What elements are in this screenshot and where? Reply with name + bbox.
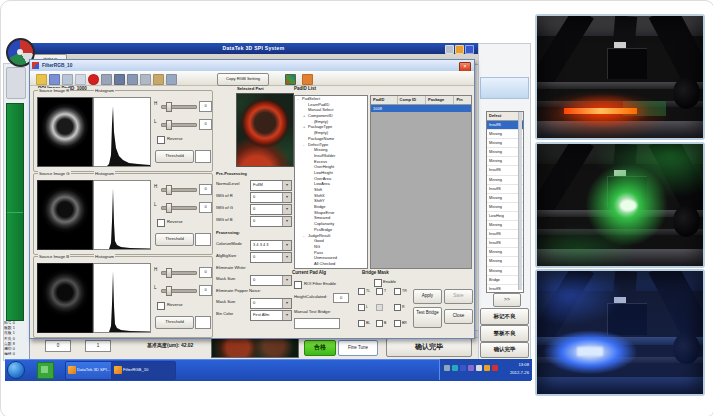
- reverse-checkbox[interactable]: [157, 302, 165, 310]
- threshold-value-field[interactable]: [195, 316, 211, 329]
- copy-rgb-setting-button[interactable]: Copy RGB Setting: [217, 73, 269, 86]
- l-slider[interactable]: [161, 286, 197, 294]
- l-value-field[interactable]: 0: [199, 202, 212, 213]
- mask-size-2-dropdown[interactable]: 0: [250, 298, 292, 309]
- test-bridge-button[interactable]: Test Bridge: [413, 307, 442, 328]
- settings-button[interactable]: [455, 45, 464, 54]
- bridge-mask-cell[interactable]: B: [376, 320, 394, 336]
- antivirus-icon[interactable]: [460, 365, 466, 371]
- threshold-value-field[interactable]: [195, 150, 211, 163]
- bridge-cell-checkbox[interactable]: [358, 320, 365, 327]
- bridge-mask-cell[interactable]: BR: [394, 320, 412, 336]
- padid-selected-row[interactable]: 1008: [371, 105, 471, 112]
- status-field-1[interactable]: 0: [45, 340, 71, 352]
- bridge-mask-cell[interactable]: TL: [358, 288, 376, 304]
- help-icon[interactable]: [302, 74, 313, 85]
- record-icon[interactable]: [88, 74, 99, 85]
- h-value-field[interactable]: 0: [199, 101, 212, 112]
- layers-icon[interactable]: [127, 74, 138, 85]
- bridge-cell-checkbox[interactable]: [394, 304, 401, 311]
- pass-button[interactable]: 合格: [304, 340, 336, 356]
- threshold-value-field[interactable]: [195, 233, 211, 246]
- more-button[interactable]: >>: [493, 293, 521, 307]
- h-slider[interactable]: [161, 268, 197, 276]
- bridge-cell-checkbox[interactable]: [376, 288, 383, 295]
- normallevel-dropdown[interactable]: FullM: [250, 180, 292, 191]
- bridge-mask-cell[interactable]: L: [358, 304, 376, 320]
- quick-launch-icon[interactable]: [37, 362, 54, 379]
- col-padid[interactable]: PadID: [371, 96, 398, 104]
- ime-icon[interactable]: [468, 365, 474, 371]
- mask-size-1-dropdown[interactable]: 0: [250, 275, 292, 286]
- mark-ng-button[interactable]: 标记不良: [480, 308, 529, 325]
- bridge-cell-checkbox[interactable]: [376, 320, 383, 327]
- minimize-button[interactable]: [445, 45, 454, 54]
- bridge-mask-cell[interactable]: BL: [358, 320, 376, 336]
- threshold-button[interactable]: Threshold: [155, 316, 194, 329]
- bridge-mask-cell[interactable]: [376, 304, 394, 320]
- bridge-mask-cell[interactable]: R: [394, 304, 412, 320]
- save-button[interactable]: Save: [444, 289, 473, 304]
- open-icon[interactable]: [36, 74, 47, 85]
- reverse-checkbox[interactable]: [157, 219, 165, 227]
- img-g-dropdown[interactable]: 0: [250, 204, 292, 215]
- confirm-done-button-right[interactable]: 确认完毕: [480, 342, 529, 358]
- h-slider[interactable]: [161, 185, 197, 193]
- h-slider[interactable]: [161, 102, 197, 110]
- threshold-button[interactable]: Threshold: [155, 233, 194, 246]
- capture-icon[interactable]: [114, 74, 125, 85]
- taskbar-button-filter[interactable]: FilterRGB_10: [111, 361, 176, 380]
- tree-item[interactable]: All Checked: [295, 261, 367, 267]
- close-icon[interactable]: ×: [459, 62, 471, 72]
- col-compid[interactable]: Comp ID: [398, 96, 426, 104]
- confirm-done-button[interactable]: 确认完毕: [386, 338, 472, 357]
- zoom-icon[interactable]: [75, 74, 86, 85]
- col-package[interactable]: Package: [426, 96, 454, 104]
- l-value-field[interactable]: 0: [199, 285, 212, 296]
- h-value-field[interactable]: 0: [199, 267, 212, 278]
- h-value-field[interactable]: 0: [199, 184, 212, 195]
- display-icon[interactable]: [452, 365, 458, 371]
- palette-icon[interactable]: [285, 74, 296, 85]
- bridge-mask-cell[interactable]: TR: [394, 288, 412, 304]
- bridge-cell-checkbox[interactable]: [358, 304, 365, 311]
- colorizemode-dropdown[interactable]: 3 4 3 4 3: [250, 240, 292, 251]
- bridge-cell-checkbox[interactable]: [376, 304, 383, 311]
- tree-item-label: Missing: [314, 147, 328, 152]
- wrench-icon[interactable]: [166, 74, 177, 85]
- measure-icon[interactable]: [101, 74, 112, 85]
- defect-table-scrollbar[interactable]: [518, 112, 522, 290]
- height-calculated-field[interactable]: 0: [333, 293, 349, 303]
- threshold-button[interactable]: Threshold: [155, 150, 194, 163]
- col-pin[interactable]: Pin: [454, 96, 471, 104]
- update-icon[interactable]: [476, 365, 482, 371]
- volume-icon[interactable]: [484, 365, 490, 371]
- stats-icon[interactable]: [140, 74, 151, 85]
- bridge-cell-checkbox[interactable]: [394, 320, 401, 327]
- roi-filter-checkbox[interactable]: [294, 281, 302, 289]
- board-ng-button[interactable]: 整板不良: [480, 325, 529, 342]
- close-button[interactable]: Close: [444, 309, 473, 324]
- save-icon[interactable]: [49, 74, 60, 85]
- start-button[interactable]: [7, 361, 25, 379]
- reverse-checkbox[interactable]: [157, 136, 165, 144]
- algbigsize-dropdown[interactable]: 0: [250, 252, 292, 263]
- bridge-cell-checkbox[interactable]: [358, 288, 365, 295]
- grid-icon[interactable]: [62, 74, 73, 85]
- l-value-field[interactable]: 0: [199, 119, 212, 130]
- apply-button[interactable]: Apply: [413, 289, 442, 304]
- bridge-enable-checkbox[interactable]: [374, 279, 382, 287]
- bridge-mask-cell[interactable]: T: [376, 288, 394, 304]
- bin-color-dropdown[interactable]: First Allm: [250, 310, 292, 321]
- img-r-dropdown[interactable]: 0: [250, 192, 292, 203]
- status-field-2[interactable]: 1: [85, 340, 111, 352]
- bridge-cell-checkbox[interactable]: [394, 288, 401, 295]
- img-b-dropdown[interactable]: 0: [250, 216, 292, 227]
- maximize-button[interactable]: [465, 45, 474, 54]
- manual-test-bridge-field[interactable]: [294, 318, 340, 329]
- l-slider[interactable]: [161, 203, 197, 211]
- fine-tune-button[interactable]: Fine Tune: [338, 340, 378, 356]
- edit-icon[interactable]: [153, 74, 164, 85]
- network-icon[interactable]: [444, 365, 450, 371]
- l-slider[interactable]: [161, 120, 197, 128]
